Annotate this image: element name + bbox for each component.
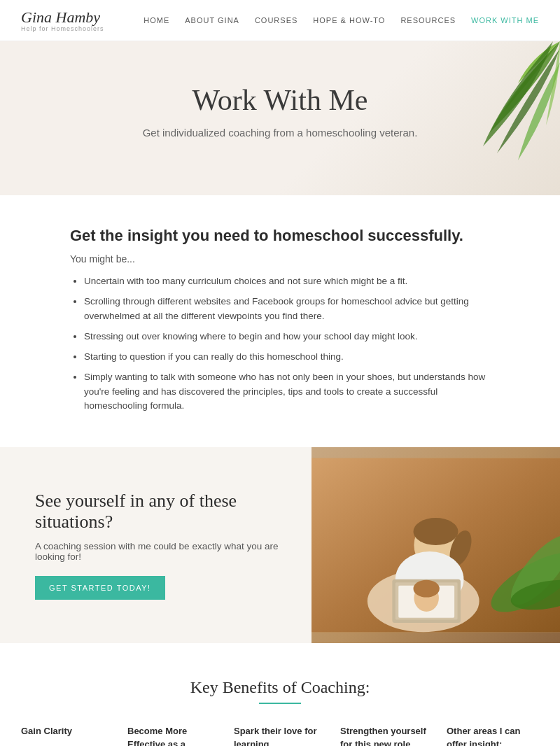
svg-point-14: [414, 580, 440, 598]
list-item: Stressing out over knowing where to begi…: [84, 330, 490, 344]
coaching-heading: See yourself in any of these situations?: [35, 491, 284, 533]
coaching-text: See yourself in any of these situations?…: [0, 456, 312, 635]
coaching-section: See yourself in any of these situations?…: [0, 447, 560, 643]
benefit-strengthen-title: Strengthen yourself for this new role: [340, 725, 433, 746]
logo: Gina Hamby Help for Homeschoolers: [21, 8, 104, 32]
benefit-other-title: Other areas I can offer insight:: [447, 725, 539, 746]
benefits-divider: [259, 703, 301, 704]
benefits-section: Key Benefits of Coaching: Gain Clarity G…: [0, 643, 560, 746]
benefit-effective-title: Become More Effective as a Homeschool Mo…: [127, 725, 220, 746]
nav-resources[interactable]: RESOURCES: [400, 16, 456, 24]
svg-point-7: [414, 518, 458, 545]
benefit-clarity: Gain Clarity Get clear and focused on th…: [21, 725, 113, 746]
benefit-effective: Become More Effective as a Homeschool Mo…: [127, 725, 220, 746]
benefit-spark-title: Spark their love for learning: [234, 725, 326, 746]
list-item: Scrolling through different websites and…: [84, 295, 490, 324]
hero-palm-decoration: [413, 41, 560, 181]
coaching-image: [312, 447, 560, 643]
nav-courses[interactable]: COURSES: [255, 16, 298, 24]
benefit-spark: Spark their love for learning Dispel the…: [234, 725, 326, 746]
navigation: Gina Hamby Help for Homeschoolers HOME A…: [0, 0, 560, 41]
logo-name: Gina Hamby: [21, 8, 100, 26]
nav-home[interactable]: HOME: [144, 16, 169, 24]
get-started-button[interactable]: GET STARTED TODAY!: [35, 576, 165, 600]
list-item: Uncertain with too many curriculum choic…: [84, 274, 490, 289]
insight-heading: Get the insight you need to homeschool s…: [70, 227, 490, 245]
coaching-photo: [312, 447, 560, 643]
list-item: Simply wanting to talk with someone who …: [84, 370, 490, 414]
benefit-strengthen: Strengthen yourself for this new role Ta…: [340, 725, 433, 746]
insight-bullets: Uncertain with too many curriculum choic…: [70, 274, 490, 414]
nav-hope[interactable]: HOPE & HOW-TO: [313, 16, 385, 24]
benefit-clarity-body: Get clear and focused on the path to tru…: [21, 744, 113, 746]
benefits-heading: Key Benefits of Coaching:: [21, 678, 539, 697]
insight-section: Get the insight you need to homeschool s…: [0, 195, 560, 447]
hero-section: Work With Me Get individualized coaching…: [0, 41, 560, 195]
list-item: Starting to question if you can really d…: [84, 350, 490, 365]
benefit-clarity-title: Gain Clarity: [21, 725, 113, 738]
benefit-other: Other areas I can offer insight: Curricu…: [447, 725, 539, 746]
benefits-grid: Gain Clarity Get clear and focused on th…: [21, 725, 539, 746]
nav-links: HOME ABOUT GINA COURSES HOPE & HOW-TO RE…: [144, 16, 539, 24]
logo-subtitle: Help for Homeschoolers: [21, 25, 104, 32]
nav-work[interactable]: WORK WITH ME: [471, 16, 539, 24]
insight-you-might: You might be...: [70, 253, 490, 265]
coaching-description: A coaching session with me could be exac…: [35, 541, 284, 562]
nav-about[interactable]: ABOUT GINA: [185, 16, 239, 24]
